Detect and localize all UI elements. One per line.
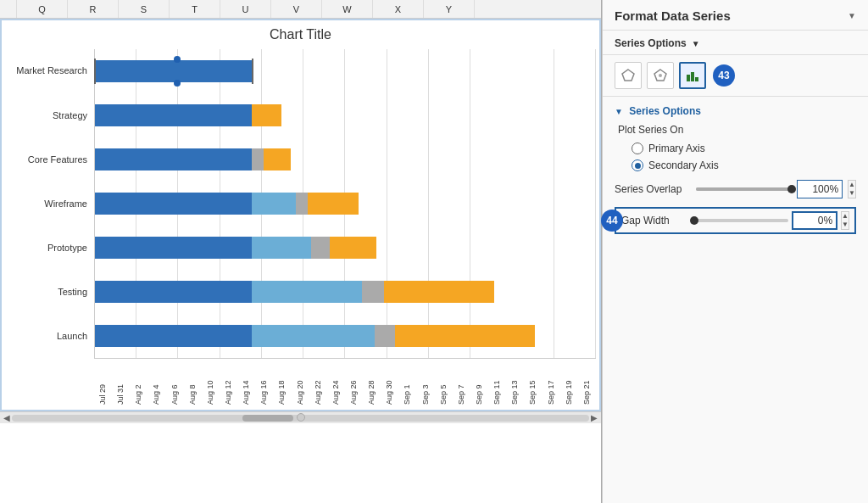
bar-segment-gray-5[interactable] [311,237,330,259]
svg-rect-4 [691,72,694,81]
gap-width-spinner[interactable]: ▲ ▼ [841,211,849,230]
col-header-x: X [373,0,424,18]
chart-wrapper: Chart Title Market Research Strategy Cor… [0,19,601,503]
bar-segment-gray-7[interactable] [375,325,395,347]
gap-width-down[interactable]: ▼ [842,221,849,229]
series-options-header: Series Options ▼ [603,31,868,55]
radio-secondary-axis[interactable]: Secondary Axis [632,159,856,171]
series-options-arrow[interactable]: ▼ [692,39,700,48]
gap-width-input[interactable] [792,211,837,230]
pentagon-effects-icon [653,68,668,83]
effects-icon-button[interactable] [647,62,674,89]
gap-width-thumb[interactable] [690,216,698,225]
bar-segment-dark-5[interactable] [95,237,252,259]
chart-title: Chart Title [5,27,596,42]
selection-handle-bottom[interactable] [174,80,181,87]
bar-segment-yellow-4[interactable] [308,193,359,215]
fill-line-icon-button[interactable] [615,62,642,89]
bar-row-core-features [95,137,596,182]
x-label-27: Sep 21 [583,359,591,406]
x-axis-labels: Jul 29 Jul 31 Aug 2 Aug 4 Aug 6 Aug 8 Au… [94,359,596,406]
series-overlap-up[interactable]: ▲ [849,181,855,189]
bar-segment-light-7[interactable] [252,325,375,347]
x-label-0: Jul 29 [99,359,107,406]
series-overlap-input[interactable] [797,180,843,198]
panel-header: Format Data Series ▼ [603,0,868,31]
selection-handle-right[interactable] [252,59,253,84]
plot-series-on-label: Plot Series On [615,124,856,136]
x-label-19: Sep 5 [440,359,448,406]
bar-segment-yellow-7[interactable] [395,325,535,347]
panel-content: ▼ Series Options Plot Series On Primary … [603,97,868,503]
bar-segment-dark-7[interactable] [95,325,252,347]
y-label-launch: Launch [5,331,87,342]
collapse-triangle-icon[interactable]: ▼ [615,107,623,116]
x-label-25: Sep 17 [548,359,555,406]
chart-container[interactable]: Chart Title Market Research Strategy Cor… [0,19,601,411]
panel-dropdown-icon[interactable]: ▼ [848,11,856,20]
x-label-6: Aug 10 [207,359,214,406]
series-overlap-spinner[interactable]: ▲ ▼ [848,180,856,198]
spreadsheet-area: Q R S T U V W X Y Chart Title Market Res… [0,0,602,503]
bar-segment-yellow-5[interactable] [330,237,376,259]
radio-primary-axis[interactable]: Primary Axis [632,143,856,154]
bar-segment-dark-2[interactable] [95,104,252,126]
gap-width-label: Gap Width [621,215,689,226]
selection-handle-left[interactable] [94,59,96,84]
bar-chart-icon-button[interactable] [679,62,706,89]
bar-segment-gray-6[interactable] [362,281,384,303]
bar-segment-yellow-2[interactable] [252,104,281,126]
radio-secondary-circle[interactable] [632,159,643,171]
bar-segment-light-6[interactable] [252,281,362,303]
scroll-right-arrow[interactable]: ▶ [591,413,598,422]
gap-width-slider[interactable] [693,219,788,222]
x-label-9: Aug 16 [260,359,268,406]
scroll-thumb[interactable] [242,415,293,422]
x-label-13: Aug 24 [332,359,340,406]
radio-group-axis: Primary Axis Secondary Axis [615,143,856,171]
bar-segment-dark-3[interactable] [95,148,252,170]
x-label-5: Aug 8 [189,359,197,406]
scroll-center-handle[interactable] [297,413,305,422]
svg-rect-3 [687,75,690,81]
series-overlap-thumb[interactable] [787,185,796,193]
selection-handle-top[interactable] [174,56,181,63]
section-title: ▼ Series Options [615,105,856,117]
x-label-24: Sep 15 [529,359,537,406]
col-header-q: Q [17,0,68,18]
scroll-left-arrow[interactable]: ◀ [3,413,10,422]
scroll-track[interactable] [12,415,589,422]
x-label-2: Aug 2 [135,359,142,406]
secondary-axis-label: Secondary Axis [648,159,719,171]
gap-width-up[interactable]: ▲ [842,212,849,221]
svg-marker-0 [622,70,634,81]
bar-chart-icon [685,68,700,83]
svg-point-2 [659,74,662,77]
x-label-14: Aug 26 [350,359,358,406]
bar-segment-light-5[interactable] [252,237,311,259]
x-label-10: Aug 18 [278,359,286,406]
svg-rect-5 [695,77,698,81]
y-axis-labels: Market Research Strategy Core Features W… [5,49,94,359]
bar-segment-gray-3[interactable] [252,148,264,170]
col-header-u: U [220,0,271,18]
bar-segment-gray-4[interactable] [296,193,308,215]
bar-segment-yellow-6[interactable] [384,281,494,303]
radio-primary-circle[interactable] [632,143,643,154]
badge-43: 43 [713,64,735,87]
bar-segment-dark-4[interactable] [95,193,252,215]
bar-segment-dark-6[interactable] [95,281,252,303]
bar-segment-yellow-3[interactable] [264,148,291,170]
x-label-26: Sep 19 [565,359,573,406]
col-header-t: T [170,0,220,18]
series-overlap-down[interactable]: ▼ [849,189,855,198]
series-options-label: Series Options [615,37,687,49]
x-label-22: Sep 11 [493,359,501,406]
horizontal-scrollbar[interactable]: ◀ ▶ [0,411,601,423]
series-overlap-row: Series Overlap ▲ ▼ [615,180,856,198]
bar-segment-light-4[interactable] [252,193,296,215]
bar-row-prototype [95,226,596,270]
series-overlap-slider[interactable] [696,187,792,191]
series-overlap-label: Series Overlap [615,183,691,195]
bar-segment-dark-1[interactable] [95,60,252,82]
